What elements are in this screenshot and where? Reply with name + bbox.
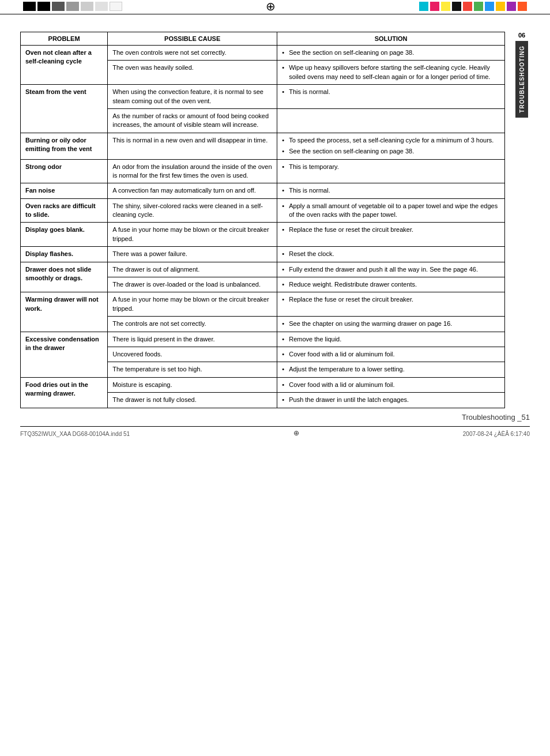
solution-cell: • Replace the fuse or reset the circuit … — [277, 223, 505, 247]
bottom-border — [20, 426, 530, 427]
color-swatch-7 — [110, 2, 122, 11]
page-number: Troubleshooting _51 — [0, 413, 530, 422]
color-swatch-key — [452, 2, 461, 11]
bullet-item: • See the section on self-cleaning on pa… — [282, 48, 500, 57]
solution-text: Replace the fuse or reset the circuit br… — [289, 225, 413, 234]
bullet-item: • To speed the process, set a self-clean… — [282, 136, 500, 145]
solution-text: Replace the fuse or reset the circuit br… — [289, 295, 413, 304]
left-color-bars — [23, 2, 122, 11]
cause-cell: There is liquid present in the drawer. — [108, 332, 277, 347]
troubleshooting-table: PROBLEM POSSIBLE CAUSE SOLUTION Oven not… — [20, 32, 505, 408]
top-border — [0, 14, 550, 14]
bullet: • — [282, 295, 287, 304]
table-row: Oven racks are difficult to slide. The s… — [21, 198, 505, 223]
solution-text: See the section on self-cleaning on page… — [289, 48, 414, 57]
footer-compass: ⊕ — [293, 429, 299, 437]
solution-cell: • Push the drawer in until the latch eng… — [277, 393, 505, 408]
solution-text: This is temporary. — [289, 163, 339, 171]
bullet-item: • Fully extend the drawer and push it al… — [282, 265, 500, 274]
color-swatch-amber — [496, 2, 505, 11]
table-row: Drawer does not slide smoothly or drags.… — [21, 262, 505, 277]
cause-cell: Moisture is escaping. — [108, 377, 277, 392]
solution-text: Adjust the temperature to a lower settin… — [289, 365, 405, 374]
cause-cell: The oven was heavily soiled. — [108, 61, 277, 85]
bullet-item: • Wipe up heavy spillovers before starti… — [282, 63, 500, 81]
bullet-item: • This is normal. — [282, 88, 500, 96]
problem-cell-burning: Burning or oily odor emitting from the v… — [21, 133, 108, 159]
bullet: • — [282, 225, 287, 234]
solution-text: See the chapter on using the warming dra… — [289, 319, 452, 328]
solution-text: Cover food with a lid or aluminum foil. — [289, 350, 394, 359]
color-swatch-1 — [23, 2, 36, 11]
table-row: Warming drawer will not work. A fuse in … — [21, 292, 505, 317]
table-row: Fan noise A convection fan may automatic… — [21, 183, 505, 198]
cause-cell: The controls are not set correctly. — [108, 317, 277, 332]
problem-cell-oven-not-clean: Oven not clean after a self-cleaning cyc… — [21, 46, 108, 85]
color-swatch-6 — [95, 2, 108, 11]
bullet-item: • Reduce weight. Redistribute drawer con… — [282, 280, 500, 289]
cause-cell: The oven controls were not set correctly… — [108, 46, 277, 61]
bullet-item: • This is temporary. — [282, 163, 500, 171]
color-swatch-5 — [81, 2, 93, 11]
table-row: Food dries out in the warming drawer. Mo… — [21, 377, 505, 392]
footer-left: FTQ352IWUX_XAA DG68-00104A.indd 51 — [20, 431, 130, 437]
cause-cell: A fuse in your home may be blown or the … — [108, 223, 277, 247]
bullet: • — [282, 319, 287, 328]
problem-cell-warming-drawer: Warming drawer will not work. — [21, 292, 108, 332]
solution-text: Wipe up heavy spillovers before starting… — [289, 63, 500, 81]
solution-cell: • This is normal. — [277, 183, 505, 198]
cause-cell: This is normal in a new oven and will di… — [108, 133, 277, 159]
bullet-item: • Cover food with a lid or aluminum foil… — [282, 350, 500, 359]
bullet: • — [282, 250, 287, 258]
bullet-item: • This is normal. — [282, 186, 500, 195]
bullet: • — [282, 202, 287, 220]
problem-cell-display-flashes: Display flashes. — [21, 247, 108, 262]
solution-text: To speed the process, set a self-cleanin… — [289, 136, 494, 145]
color-swatch-2 — [37, 2, 50, 11]
solution-cell: • Remove the liquid. — [277, 332, 505, 347]
bullet-item: • Adjust the temperature to a lower sett… — [282, 365, 500, 374]
color-swatch-magenta — [430, 2, 439, 11]
bullet-item: • Apply a small amount of vegetable oil … — [282, 202, 500, 220]
problem-cell-condensation: Excessive condensation in the drawer — [21, 332, 108, 377]
bullet: • — [282, 163, 287, 171]
bullet: • — [282, 396, 287, 404]
bullet: • — [282, 335, 287, 344]
top-bar: ⊕ — [0, 0, 550, 13]
bullet-item: • See the chapter on using the warming d… — [282, 319, 500, 328]
table-row: Display flashes. There was a power failu… — [21, 247, 505, 262]
bullet: • — [282, 147, 287, 156]
cause-cell: When using the convection feature, it is… — [108, 85, 277, 109]
side-tab-container: TROUBLESHOOTING — [515, 41, 528, 118]
solution-text: Fully extend the drawer and push it all … — [289, 265, 478, 274]
solution-cell: • See the section on self-cleaning on pa… — [277, 46, 505, 61]
solution-cell: • Fully extend the drawer and push it al… — [277, 262, 505, 277]
cause-cell: The drawer is not fully closed. — [108, 393, 277, 408]
col-problem: PROBLEM — [21, 32, 108, 46]
solution-cell: • Apply a small amount of vegetable oil … — [277, 198, 505, 223]
color-swatch-orange — [518, 2, 527, 11]
footer: FTQ352IWUX_XAA DG68-00104A.indd 51 ⊕ 200… — [20, 429, 530, 437]
table-header-row: PROBLEM POSSIBLE CAUSE SOLUTION — [21, 32, 505, 46]
solution-cell: • Cover food with a lid or aluminum foil… — [277, 347, 505, 362]
bullet: • — [282, 186, 287, 195]
color-swatch-cyan — [419, 2, 428, 11]
right-color-bars — [419, 2, 527, 11]
solution-text: See the section on self-cleaning on page… — [289, 147, 414, 156]
cause-cell: The drawer is over-loaded or the load is… — [108, 277, 277, 292]
bullet: • — [282, 365, 287, 374]
table-row: Strong odor An odor from the insulation … — [21, 159, 505, 183]
cause-cell: A fuse in your home may be blown or the … — [108, 292, 277, 317]
solution-text: This is normal. — [289, 88, 330, 96]
content-area: PROBLEM POSSIBLE CAUSE SOLUTION Oven not… — [20, 32, 511, 408]
problem-cell-food-dries: Food dries out in the warming drawer. — [21, 377, 108, 408]
solution-text: Reduce weight. Redistribute drawer conte… — [289, 280, 417, 289]
col-solution: SOLUTION — [277, 32, 505, 46]
problem-cell-fan-noise: Fan noise — [21, 183, 108, 198]
bullet: • — [282, 63, 287, 81]
table-row: Burning or oily odor emitting from the v… — [21, 133, 505, 159]
table-row: Oven not clean after a self-cleaning cyc… — [21, 46, 505, 61]
cause-cell: Uncovered foods. — [108, 347, 277, 362]
table-row: Excessive condensation in the drawer The… — [21, 332, 505, 347]
bullet: • — [282, 381, 287, 389]
